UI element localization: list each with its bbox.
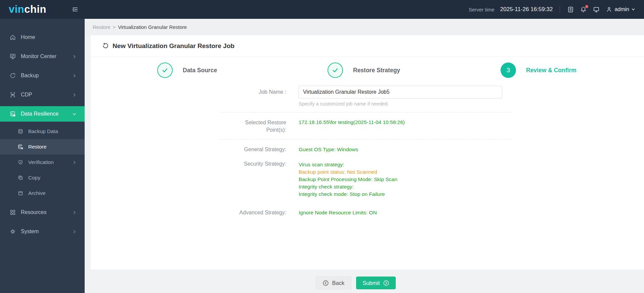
collapse-sidebar-icon[interactable] [71, 6, 79, 13]
general-strategy-value: Guest OS Type: Windows [299, 146, 511, 153]
database-icon [17, 128, 24, 134]
monitor-center-icon [9, 53, 16, 60]
back-button[interactable]: Back [315, 277, 351, 289]
form-separator [219, 112, 511, 113]
job-name-label: Job Name : [219, 86, 286, 107]
step-label: Restore Strategy [353, 67, 400, 74]
advanced-strategy-value: Ignore Node Resource Limits: ON [299, 210, 511, 216]
logo-chin: chin [24, 3, 46, 15]
step-label: Data Source [183, 67, 217, 74]
notification-bell-icon[interactable] [580, 6, 587, 13]
step-done-circle [328, 62, 343, 78]
notification-badge [585, 5, 588, 8]
cdp-icon [9, 91, 16, 98]
backup-icon [9, 72, 16, 79]
topbar-right: Server time 2025-11-26 16:59:32 admin [469, 6, 644, 13]
chevron-right-icon [72, 93, 77, 97]
job-name-row: Job Name : Specify a customized job name… [219, 86, 511, 107]
job-name-hint: Specify a customized job name if needed. [299, 101, 511, 107]
sidebar-item-home[interactable]: Home [0, 30, 85, 45]
chevron-down-icon [631, 7, 635, 11]
sidebar-item-label: Backup [21, 73, 39, 79]
sidebar-item-cdp[interactable]: CDP [0, 87, 85, 102]
database-gear-icon [17, 144, 24, 150]
sidebar-item-restore[interactable]: Restore [0, 139, 85, 155]
step-data-source: Data Source [157, 62, 217, 78]
breadcrumb-current: Virtualization Granular Restore [118, 24, 187, 30]
step-label: Review & Confirm [526, 67, 576, 74]
wizard-title-row: New Virtualization Granular Restore Job [91, 35, 644, 57]
main-content: Restore > Virtualization Granular Restor… [85, 0, 644, 293]
sidebar-item-label: Resources [21, 209, 46, 215]
sidebar-item-system[interactable]: System [0, 224, 85, 239]
user-icon [606, 6, 612, 13]
vinchin-logo[interactable]: vinchin [9, 3, 46, 15]
user-menu[interactable]: admin [606, 6, 635, 13]
archive-icon [17, 190, 24, 196]
breadcrumb-parent[interactable]: Restore [93, 24, 111, 30]
circle-arrow-right-icon [383, 280, 389, 286]
data-resilience-icon [9, 111, 16, 117]
security-line-warning: Backup point status: Not Scanned [299, 168, 511, 176]
sidebar-item-backup-data[interactable]: Backup Data [0, 124, 85, 139]
restore-job-icon [102, 42, 109, 49]
job-name-input[interactable] [299, 86, 502, 98]
sidebar-item-label: Monitor Center [21, 53, 56, 59]
chevron-right-icon [72, 74, 77, 78]
sidebar-item-label: Copy [28, 175, 40, 181]
restore-points-value: 172.18.16.55\for testing(2025-11-04 10:5… [299, 118, 511, 134]
data-resilience-submenu: Backup Data Restore Verification Copy [0, 124, 85, 201]
sidebar-item-label: Data Resilience [21, 111, 58, 117]
general-strategy-label: General Strategy: [219, 146, 286, 153]
chevron-right-icon [72, 54, 77, 59]
submit-button[interactable]: Submit [356, 277, 395, 289]
server-time-label: Server time [469, 7, 495, 12]
chevron-right-icon [72, 210, 77, 215]
sidebar-item-copy[interactable]: Copy [0, 170, 85, 185]
sidebar-item-label: Backup Data [28, 128, 58, 134]
advanced-strategy-row: Advanced Strategy: Ignore Node Resource … [219, 210, 511, 216]
copy-icon [17, 175, 24, 181]
action-bar: Back Submit [76, 277, 635, 289]
security-line: Backup Point Processing Mode: Skip Scan [299, 176, 511, 183]
top-bar: vinchin Server time 2025-11-26 16:59:32 … [0, 0, 644, 19]
report-icon[interactable] [567, 6, 574, 13]
review-form: Job Name : Specify a customized job name… [219, 86, 511, 216]
shield-check-icon [17, 159, 24, 165]
page-title: New Virtualization Granular Restore Job [113, 42, 234, 50]
username: admin [614, 6, 629, 12]
topbar-divider [560, 6, 560, 13]
sidebar-item-label: Archive [28, 190, 46, 196]
step-done-circle [157, 62, 173, 78]
check-icon [331, 66, 339, 74]
server-time-value: 2025-11-26 16:59:32 [500, 6, 553, 13]
wizard-card: New Virtualization Granular Restore Job … [91, 35, 644, 269]
restore-points-label: Selected Restore Point(s): [219, 118, 286, 134]
sidebar-item-label: Restore [28, 144, 46, 150]
sidebar-item-resources[interactable]: Resources [0, 205, 85, 220]
step-review-confirm: 3 Review & Confirm [501, 62, 576, 78]
sidebar-item-label: System [21, 228, 39, 235]
logo-vin: vin [9, 3, 24, 15]
security-line: Virus scan strategy: [299, 161, 511, 168]
sidebar-item-verification[interactable]: Verification [0, 155, 85, 170]
sidebar-item-data-resilience[interactable]: Data Resilience [0, 106, 85, 122]
security-line: Integrity check strategy: [299, 183, 511, 191]
display-icon[interactable] [593, 6, 600, 13]
brand-zone: vinchin [0, 3, 85, 15]
sidebar-item-backup[interactable]: Backup [0, 68, 85, 83]
step-active-circle: 3 [501, 62, 516, 78]
grid-icon [9, 209, 16, 216]
general-strategy-row: General Strategy: Guest OS Type: Windows [219, 146, 511, 153]
sidebar-item-monitor-center[interactable]: Monitor Center [0, 49, 85, 64]
breadcrumb-separator: > [113, 24, 116, 30]
sidebar-item-label: CDP [21, 92, 32, 98]
check-icon [161, 66, 169, 74]
wizard-steps: Data Source Restore Strategy 3 Review & … [91, 57, 644, 86]
sidebar-item-archive[interactable]: Archive [0, 185, 85, 201]
home-icon [9, 34, 16, 41]
chevron-right-icon [72, 229, 77, 234]
gear-icon [9, 228, 16, 235]
security-strategy-row: Security Strategy: Virus scan strategy: … [219, 161, 511, 198]
back-button-label: Back [332, 280, 344, 286]
